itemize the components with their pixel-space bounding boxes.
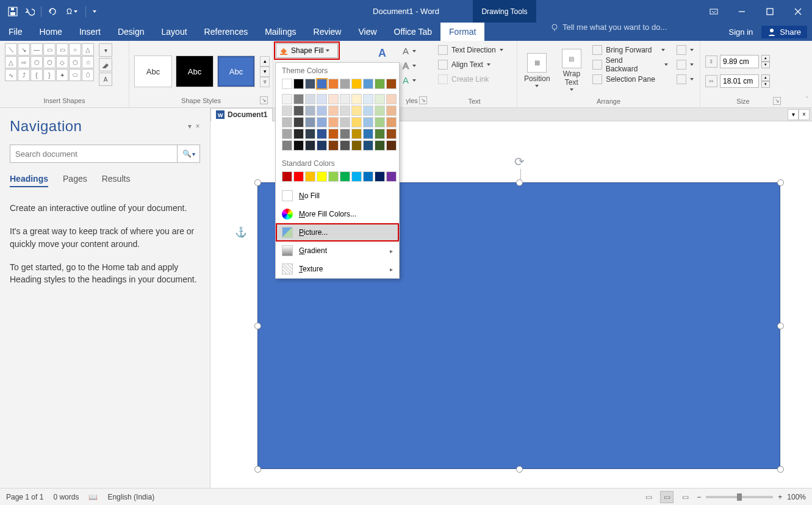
standard-swatch[interactable]	[375, 171, 385, 182]
qat-customize-button[interactable]	[89, 4, 100, 20]
view-web-button[interactable]: ▭	[678, 491, 692, 503]
shade-swatch[interactable]	[282, 140, 292, 151]
shade-swatch[interactable]	[282, 94, 292, 104]
size-launcher[interactable]: ↘	[773, 97, 781, 105]
view-read-button[interactable]: ▭	[642, 491, 655, 503]
send-backward-button[interactable]: Send Backward	[590, 58, 670, 71]
texture-fill-item[interactable]: Texture▸	[276, 260, 399, 278]
undo-button[interactable]	[22, 4, 38, 20]
tell-me-input[interactable]: Tell me what you want to do...	[550, 23, 667, 32]
shade-swatch[interactable]	[305, 106, 315, 116]
shade-swatch[interactable]	[328, 117, 339, 127]
shade-swatch[interactable]	[317, 106, 327, 116]
shape-style-gallery[interactable]: Abc Abc Abc ▴ ▾ ▿	[134, 56, 270, 87]
theme-swatch[interactable]	[351, 79, 362, 89]
save-button[interactable]	[5, 4, 21, 20]
standard-swatch[interactable]	[293, 171, 304, 182]
resize-handle-nw[interactable]	[254, 179, 261, 186]
doctab-menu-button[interactable]: ▾	[788, 109, 799, 120]
nav-search-button[interactable]: 🔍▾	[177, 145, 200, 163]
width-down[interactable]: ▾	[761, 81, 770, 88]
style-scroll-up[interactable]: ▴	[260, 56, 270, 66]
position-button[interactable]: ▦Position	[521, 43, 553, 96]
shade-swatch[interactable]	[363, 106, 373, 116]
gradient-fill-item[interactable]: Gradient▸	[276, 242, 399, 260]
text-effects-button[interactable]: A	[403, 75, 416, 85]
standard-swatch[interactable]	[317, 171, 327, 182]
tab-design[interactable]: Design	[109, 23, 153, 41]
tab-insert[interactable]: Insert	[71, 23, 109, 41]
tab-home[interactable]: Home	[31, 23, 71, 41]
style-preset-1[interactable]: Abc	[134, 56, 172, 87]
rotate-button[interactable]	[674, 73, 696, 86]
picture-fill-item[interactable]: Picture...	[276, 223, 399, 242]
standard-color-row[interactable]	[276, 170, 399, 187]
qat-symbol-button[interactable]: Ω	[62, 4, 82, 20]
theme-swatch[interactable]	[282, 79, 292, 89]
shade-swatch[interactable]	[340, 106, 350, 116]
shade-swatch[interactable]	[351, 106, 362, 116]
shade-swatch[interactable]	[340, 117, 350, 127]
edit-shape-button[interactable]	[99, 58, 112, 71]
shade-swatch[interactable]	[293, 140, 304, 151]
shade-swatch[interactable]	[328, 94, 339, 104]
zoom-in-button[interactable]: +	[778, 493, 782, 501]
theme-color-row[interactable]	[276, 77, 399, 94]
resize-handle-s[interactable]	[516, 466, 523, 473]
tab-references[interactable]: References	[196, 23, 257, 41]
shade-swatch[interactable]	[386, 106, 397, 116]
selection-pane-button[interactable]: Selection Pane	[590, 73, 670, 86]
nav-tab-pages[interactable]: Pages	[63, 174, 87, 187]
shade-swatch[interactable]	[317, 129, 327, 139]
resize-handle-sw[interactable]	[254, 466, 261, 473]
redo-button[interactable]	[45, 4, 60, 20]
wrap-text-button[interactable]: ▤Wrap Text	[556, 43, 588, 96]
share-button[interactable]: Share	[761, 26, 807, 38]
resize-handle-e[interactable]	[777, 323, 784, 329]
no-fill-item[interactable]: No Fill	[276, 187, 399, 205]
shade-swatch[interactable]	[386, 140, 397, 151]
shade-swatch[interactable]	[375, 117, 385, 127]
theme-swatch[interactable]	[305, 79, 315, 89]
tab-review[interactable]: Review	[305, 23, 350, 41]
resize-handle-w[interactable]	[254, 323, 261, 329]
tab-layout[interactable]: Layout	[153, 23, 196, 41]
shade-swatch[interactable]	[340, 129, 350, 139]
shade-swatch[interactable]	[351, 117, 362, 127]
theme-swatch[interactable]	[340, 79, 350, 89]
style-preset-2[interactable]: Abc	[176, 56, 214, 87]
shade-swatch[interactable]	[293, 106, 304, 116]
shade-swatch[interactable]	[317, 117, 327, 127]
view-print-button[interactable]: ▭	[660, 491, 674, 503]
style-gallery-more[interactable]: ▿	[260, 77, 270, 87]
nav-tab-results[interactable]: Results	[102, 174, 131, 187]
nav-pane-menu[interactable]: ▾	[188, 122, 192, 131]
shade-swatch[interactable]	[363, 140, 373, 151]
document-tab[interactable]: W Document1	[210, 108, 273, 121]
shade-swatch[interactable]	[363, 129, 373, 139]
text-direction-button[interactable]: Text Direction	[436, 43, 513, 57]
theme-swatch[interactable]	[317, 79, 327, 89]
shade-swatch[interactable]	[386, 94, 397, 104]
theme-color-shades[interactable]	[276, 94, 399, 156]
shade-swatch[interactable]	[328, 106, 339, 116]
shade-swatch[interactable]	[351, 140, 362, 151]
shade-swatch[interactable]	[282, 106, 292, 116]
resize-handle-se[interactable]	[777, 466, 784, 473]
tab-mailings[interactable]: Mailings	[256, 23, 304, 41]
more-fill-colors-item[interactable]: More Fill Colors...	[276, 205, 399, 223]
shade-swatch[interactable]	[305, 129, 315, 139]
wordart-launcher[interactable]: ↘	[419, 96, 427, 104]
shade-swatch[interactable]	[282, 129, 292, 139]
shade-swatch[interactable]	[351, 94, 362, 104]
bring-forward-button[interactable]: Bring Forward	[590, 43, 670, 57]
theme-swatch[interactable]	[328, 79, 339, 89]
shape-styles-launcher[interactable]: ↘	[260, 96, 268, 104]
doctab-close-button[interactable]: ×	[799, 109, 810, 120]
shade-swatch[interactable]	[363, 117, 373, 127]
shape-gallery[interactable]: ＼↘—▭▭○△ △⇨⬠⬡◇⬠☆ ∿⤴{}✦⬭⬯	[5, 43, 94, 81]
shade-swatch[interactable]	[305, 94, 315, 104]
text-outline-button[interactable]: A	[403, 60, 416, 71]
standard-swatch[interactable]	[328, 171, 339, 182]
ribbon-options-button[interactable]	[700, 0, 728, 23]
